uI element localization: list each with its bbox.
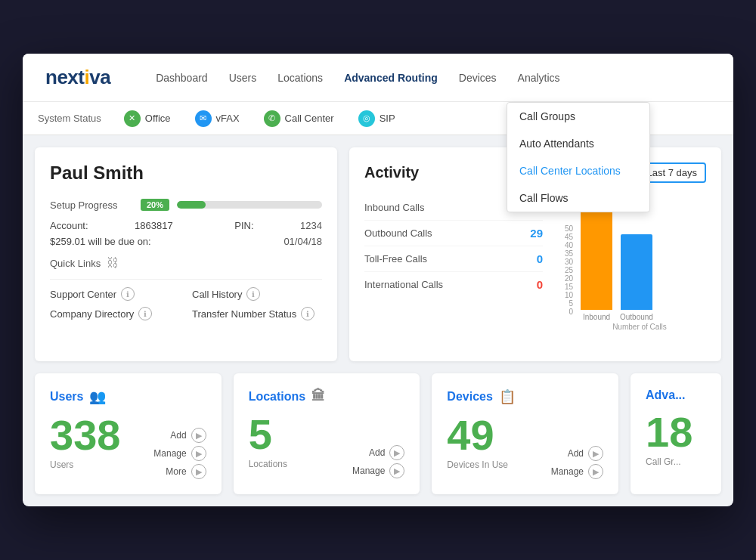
advanced-unit-label: Call Gr... <box>646 456 706 467</box>
bar-outbound-col: Outbound <box>620 234 653 321</box>
sip-status-icon: ◎ <box>358 110 375 127</box>
office-status-icon: ✕ <box>124 110 141 127</box>
chart-area: 50 45 40 35 30 25 20 15 10 5 0 <box>555 195 706 346</box>
devices-manage-link[interactable]: Manage ▶ <box>551 464 603 479</box>
setup-progress-badge: 20% <box>141 199 169 211</box>
status-sip[interactable]: ◎ SIP <box>348 106 406 131</box>
locations-card: Locations 🏛 5 Locations Add ▶ Man <box>234 373 420 494</box>
activity-body: Inbound Calls 42 Outbound Calls 29 Toll-… <box>364 195 706 346</box>
devices-add-link[interactable]: Add ▶ <box>568 446 603 461</box>
quick-links-row: Quick Links ⛓ <box>50 256 322 270</box>
status-office[interactable]: ✕ Office <box>113 106 181 131</box>
nav-users[interactable]: Users <box>229 69 257 87</box>
bar-outbound-label: Outbound <box>620 313 653 321</box>
devices-number-group: 49 Devices In Use <box>447 414 508 479</box>
users-more-icon: ▶ <box>191 464 206 479</box>
devices-add-label: Add <box>568 448 584 459</box>
users-more-link[interactable]: More ▶ <box>166 464 206 479</box>
pin-value: 1234 <box>300 220 322 231</box>
locations-number-group: 5 Locations <box>249 413 287 478</box>
status-vfax[interactable]: ✉ vFAX <box>184 106 250 131</box>
international-label: International Calls <box>364 279 443 290</box>
users-card: Users 👥 338 Users Add ▶ Manage <box>35 373 222 494</box>
users-icon: 👥 <box>89 388 106 405</box>
advanced-big-number: 18 <box>646 411 706 453</box>
app-window: nextiva Dashboard Users Locations Advanc… <box>23 54 733 506</box>
progress-bar-bg <box>177 201 322 209</box>
devices-card: Devices 📋 49 Devices In Use Add ▶ <box>432 373 618 494</box>
vfax-status-icon: ✉ <box>195 110 212 127</box>
nav-locations[interactable]: Locations <box>277 69 323 87</box>
office-label: Office <box>145 113 171 124</box>
outbound-value: 29 <box>530 227 543 240</box>
profile-card: Paul Smith Setup Progress 20% Account: 1… <box>35 147 337 361</box>
international-value: 0 <box>537 278 543 291</box>
account-row: Account: 1863817 PIN: 1234 <box>50 220 322 231</box>
tollfree-label: Toll-Free Calls <box>364 253 427 265</box>
users-manage-icon: ▶ <box>191 446 206 461</box>
nav-analytics[interactable]: Analytics <box>518 69 560 87</box>
locations-add-icon: ▶ <box>389 445 404 460</box>
outbound-label: Outbound Calls <box>364 227 432 239</box>
devices-manage-icon: ▶ <box>588 464 603 479</box>
stat-international: International Calls 0 <box>364 272 543 297</box>
advanced-title: Adva... <box>646 388 685 402</box>
locations-big-number: 5 <box>249 413 287 456</box>
nav-dashboard[interactable]: Dashboard <box>156 69 208 87</box>
y-axis: 50 45 40 35 30 25 20 15 10 5 0 <box>555 224 573 331</box>
link-transfer-number-status[interactable]: Transfer Number Status ℹ <box>192 307 322 320</box>
chain-icon: ⛓ <box>107 256 119 270</box>
users-number-group: 338 Users <box>50 414 120 479</box>
devices-icon: 📋 <box>499 388 516 405</box>
call-center-status-icon: ✆ <box>264 110 280 127</box>
bar-inbound <box>581 204 612 310</box>
link-call-history[interactable]: Call History ℹ <box>192 287 322 301</box>
dropdown-auto-attendants[interactable]: Auto Attendants <box>507 130 649 157</box>
locations-card-title: Locations 🏛 <box>249 388 405 404</box>
devices-add-icon: ▶ <box>588 446 603 461</box>
stat-outbound: Outbound Calls 29 <box>364 221 543 246</box>
dropdown-call-groups[interactable]: Call Groups <box>507 103 649 130</box>
devices-title: Devices <box>447 390 493 404</box>
locations-manage-icon: ▶ <box>389 463 404 478</box>
main-nav: Dashboard Users Locations Advanced Routi… <box>156 69 560 87</box>
sip-label: SIP <box>380 113 395 124</box>
locations-manage-link[interactable]: Manage ▶ <box>352 463 404 478</box>
users-more-label: More <box>166 466 186 477</box>
link-support-center[interactable]: Support Center ℹ <box>50 287 180 301</box>
profile-name: Paul Smith <box>50 162 322 184</box>
activity-stats: Inbound Calls 42 Outbound Calls 29 Toll-… <box>364 195 543 346</box>
users-card-title: Users 👥 <box>50 388 206 405</box>
divider <box>50 279 322 280</box>
devices-big-number: 49 <box>447 414 508 456</box>
users-manage-label: Manage <box>153 448 186 459</box>
account-value: 1863817 <box>135 220 173 231</box>
status-call-center[interactable]: ✆ Call Center <box>253 106 345 131</box>
progress-bar-fill <box>177 201 206 209</box>
locations-add-link[interactable]: Add ▶ <box>369 445 404 460</box>
bar-inbound-col: Inbound <box>581 204 612 321</box>
billing-label: $259.01 will be due on: <box>50 236 151 247</box>
logo-text: nextiva <box>45 66 110 89</box>
company-directory-label: Company Directory <box>50 308 134 320</box>
link-company-directory[interactable]: Company Directory ℹ <box>50 307 180 320</box>
row2: Users 👥 338 Users Add ▶ Manage <box>35 373 721 494</box>
users-unit-label: Users <box>50 459 120 470</box>
call-history-label: Call History <box>192 289 242 300</box>
users-add-link[interactable]: Add ▶ <box>170 428 206 443</box>
company-directory-icon: ℹ <box>138 307 152 320</box>
tollfree-value: 0 <box>537 252 543 265</box>
users-big-number: 338 <box>50 414 120 456</box>
dropdown-call-center-locations[interactable]: Call Center Locations <box>507 157 649 184</box>
locations-title: Locations <box>249 390 306 404</box>
users-actions: Add ▶ Manage ▶ More ▶ <box>153 428 206 479</box>
users-manage-link[interactable]: Manage ▶ <box>153 446 206 461</box>
nav-advanced-routing[interactable]: Advanced Routing <box>344 69 438 87</box>
locations-actions: Add ▶ Manage ▶ <box>352 445 404 478</box>
call-history-icon: ℹ <box>246 287 260 301</box>
nav-devices[interactable]: Devices <box>459 69 497 87</box>
dropdown-call-flows[interactable]: Call Flows <box>507 184 649 212</box>
billing-value: 01/04/18 <box>284 236 322 247</box>
advanced-card-title: Adva... <box>646 388 706 402</box>
support-center-label: Support Center <box>50 289 116 300</box>
